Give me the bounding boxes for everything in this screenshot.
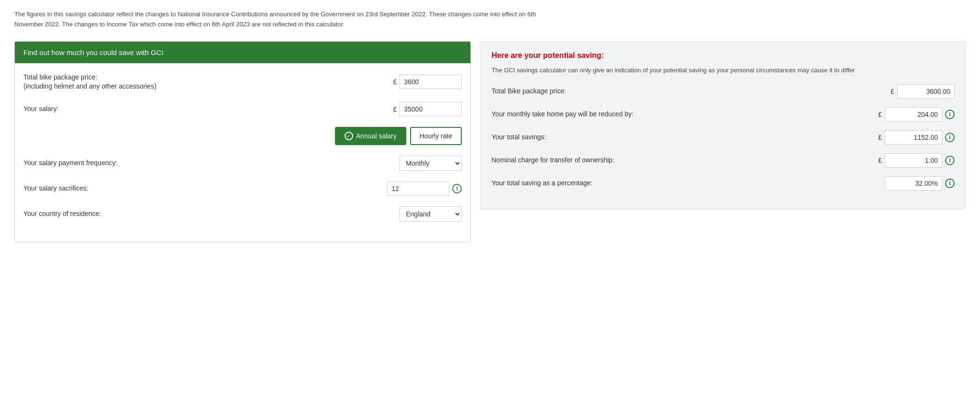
result-monthly-row: Your monthly take home pay will be reduc…	[491, 107, 955, 122]
result-total-savings-row: Your total savings: £ i	[491, 130, 955, 145]
annual-salary-label: Annual salary	[356, 132, 397, 140]
result-monthly-input	[885, 107, 942, 122]
frequency-select[interactable]: Monthly Weekly Fortnightly 4-weekly	[400, 156, 462, 171]
result-nominal-charge-control: £ i	[878, 153, 955, 168]
result-percentage-control: i	[885, 176, 955, 191]
results-description: The GCI savings calculator can only give…	[491, 66, 955, 75]
result-bike-price-row: Total Bike package price: £	[491, 84, 955, 99]
salary-input[interactable]	[400, 102, 462, 116]
bike-price-control: £	[393, 75, 462, 89]
result-percentage-label: Your total saving as a percentage:	[491, 179, 881, 188]
residence-control: England Scotland Wales Northern Ireland	[400, 206, 462, 222]
residence-label: Your country of residence:	[23, 209, 400, 219]
annual-salary-button[interactable]: ✓ Annual salary	[335, 127, 406, 145]
sacrifices-label: Your salary sacrifices:	[23, 184, 387, 193]
result-total-savings-label: Your total savings:	[491, 133, 874, 142]
notice-text: The figures in this savings calculator r…	[14, 10, 541, 30]
salary-label: Your salary:	[23, 104, 393, 114]
result-percentage-info-icon[interactable]: i	[945, 179, 955, 188]
salary-pound: £	[393, 105, 397, 113]
result-bike-price-pound: £	[891, 88, 894, 95]
salary-buttons-row: ✓ Annual salary Hourly rate	[23, 127, 462, 145]
bike-price-pound: £	[393, 78, 397, 86]
sacrifices-info-icon[interactable]: i	[452, 184, 462, 193]
sacrifices-control: i	[387, 181, 462, 196]
results-title: Here are your potential saving:	[491, 51, 955, 60]
frequency-row: Your salary payment frequency: Monthly W…	[23, 156, 462, 171]
check-icon: ✓	[345, 132, 353, 140]
right-panel: Here are your potential saving: The GCI …	[480, 41, 966, 210]
result-percentage-input	[885, 176, 942, 191]
residence-select[interactable]: England Scotland Wales Northern Ireland	[400, 206, 462, 222]
left-panel-header: Find out how much you could save with GC…	[15, 42, 470, 63]
frequency-label: Your salary payment frequency:	[23, 158, 400, 168]
result-monthly-pound: £	[878, 111, 882, 118]
result-total-savings-pound: £	[878, 134, 882, 141]
result-total-savings-input	[885, 130, 942, 145]
salary-row: Your salary: £	[23, 102, 462, 116]
result-nominal-charge-pound: £	[878, 157, 882, 164]
left-panel: Find out how much you could save with GC…	[14, 41, 471, 242]
hourly-rate-button[interactable]: Hourly rate	[410, 127, 462, 145]
result-nominal-charge-input	[885, 153, 942, 168]
result-nominal-charge-row: Nominal charge for transfer of ownership…	[491, 153, 955, 168]
result-monthly-control: £ i	[878, 107, 955, 122]
result-bike-price-input	[897, 84, 955, 99]
frequency-control: Monthly Weekly Fortnightly 4-weekly	[400, 156, 462, 171]
result-nominal-charge-label: Nominal charge for transfer of ownership…	[491, 156, 874, 165]
sacrifices-row: Your salary sacrifices: i	[23, 181, 462, 196]
bike-price-row: Total bike package price: (including hel…	[23, 73, 462, 91]
result-monthly-label: Your monthly take home pay will be reduc…	[491, 110, 874, 119]
residence-row: Your country of residence: England Scotl…	[23, 206, 462, 222]
bike-price-label: Total bike package price: (including hel…	[23, 73, 393, 91]
result-percentage-row: Your total saving as a percentage: i	[491, 176, 955, 191]
bike-price-sublabel: (including helmet and any other accessor…	[23, 82, 156, 90]
result-bike-price-control: £	[891, 84, 955, 99]
result-total-savings-info-icon[interactable]: i	[945, 133, 955, 142]
result-bike-price-label: Total Bike package price:	[491, 87, 887, 96]
result-monthly-info-icon[interactable]: i	[945, 110, 955, 119]
result-nominal-charge-info-icon[interactable]: i	[945, 156, 955, 165]
sacrifices-input[interactable]	[387, 181, 449, 196]
left-panel-body: Total bike package price: (including hel…	[15, 63, 470, 242]
salary-control: £	[393, 102, 462, 116]
result-total-savings-control: £ i	[878, 130, 955, 145]
main-layout: Find out how much you could save with GC…	[14, 41, 966, 242]
bike-price-input[interactable]	[400, 75, 462, 89]
